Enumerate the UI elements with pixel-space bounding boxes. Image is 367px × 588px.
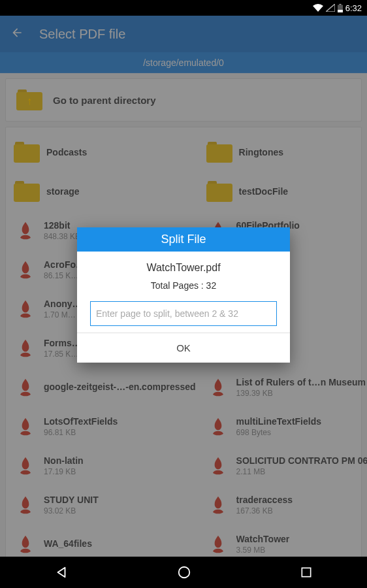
battery-icon xyxy=(338,4,343,12)
dialog-filename: WatchTower.pdf xyxy=(90,262,277,274)
ok-button[interactable]: OK xyxy=(77,333,290,363)
cell-signal-icon xyxy=(326,4,335,12)
svg-rect-2 xyxy=(338,10,343,12)
status-time: 6:32 xyxy=(345,3,362,13)
nav-back-icon[interactable] xyxy=(54,565,69,580)
nav-recent-icon[interactable] xyxy=(300,566,313,579)
split-page-input[interactable] xyxy=(90,301,277,326)
wifi-icon xyxy=(313,4,323,12)
svg-rect-0 xyxy=(339,4,341,5)
split-file-dialog: Split File WatchTower.pdf Total Pages : … xyxy=(77,227,290,363)
dialog-total-pages: Total Pages : 32 xyxy=(90,280,277,291)
svg-rect-4 xyxy=(302,568,310,576)
nav-home-icon[interactable] xyxy=(177,565,191,580)
dialog-title: Split File xyxy=(77,227,290,252)
svg-point-3 xyxy=(179,567,190,578)
status-bar: 6:32 xyxy=(0,0,367,16)
android-nav-bar xyxy=(0,557,367,588)
